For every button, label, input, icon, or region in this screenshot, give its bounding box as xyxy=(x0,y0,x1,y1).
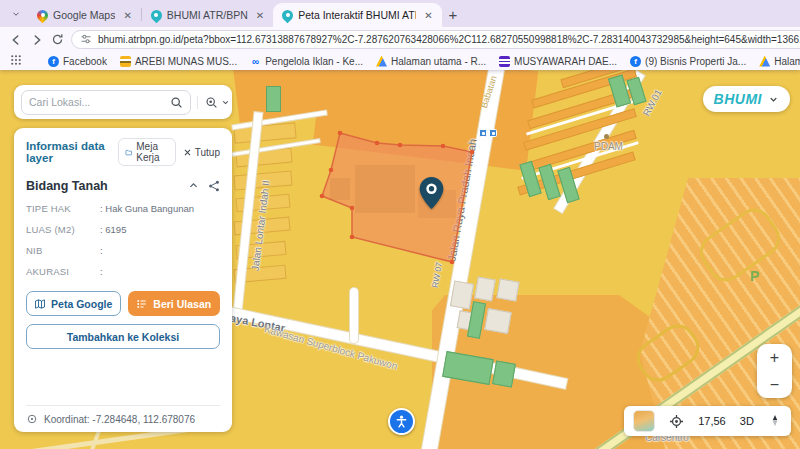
panel-title: Informasi data layer xyxy=(26,140,118,164)
tutup-label: Tutup xyxy=(195,147,220,158)
meja-kerja-label: Meja Kerja xyxy=(136,141,169,163)
zoom-control: + − xyxy=(757,344,792,398)
field-label: NIB xyxy=(26,245,100,256)
bookmark-label: AREBI MUNAS MUS... xyxy=(135,56,237,67)
tab-close-icon[interactable]: ✕ xyxy=(256,10,264,21)
info-panel: Informasi data layer Meja Kerja Tutup Bi… xyxy=(14,128,232,432)
apps-grid-icon[interactable] xyxy=(10,54,22,68)
folder-icon xyxy=(125,147,132,158)
close-icon xyxy=(183,148,192,157)
close-panel-button[interactable]: Tutup xyxy=(183,147,220,158)
tambah-koleksi-label: Tambahkan ke Koleksi xyxy=(67,331,179,343)
accessibility-icon xyxy=(394,414,409,429)
forward-icon[interactable] xyxy=(30,32,44,48)
compass-icon[interactable] xyxy=(768,414,782,428)
field-label: LUAS (M2) xyxy=(26,224,100,235)
meta-icon: ∞ xyxy=(250,56,261,67)
site-settings-icon[interactable] xyxy=(80,31,92,49)
tab-label: BHUMI ATR/BPN xyxy=(167,9,248,21)
field-value: : xyxy=(100,266,103,277)
peta-google-label: Peta Google xyxy=(51,298,112,310)
facebook-icon: f xyxy=(630,56,641,67)
bhumi-icon xyxy=(151,10,162,21)
field-row: LUAS (M2) : 6195 xyxy=(26,224,220,235)
bookmark-halaman-utama-2[interactable]: Halaman utama - R... xyxy=(759,56,800,67)
mode-3d-button[interactable]: 3D xyxy=(740,415,754,427)
coordinate-footer: Koordinat: -7.284648, 112.678076 xyxy=(26,405,220,425)
site-icon xyxy=(499,56,510,67)
field-label: TIPE HAK xyxy=(26,203,100,214)
bookmark-pengelola-iklan[interactable]: ∞Pengelola Iklan - Ke... xyxy=(250,56,363,67)
tab-label: Google Maps xyxy=(53,9,115,21)
search-field[interactable] xyxy=(21,90,191,115)
tab-close-icon[interactable]: ✕ xyxy=(123,10,131,21)
tab-strip: Google Maps ✕ BHUMI ATR/BPN ✕ Peta Inter… xyxy=(0,0,800,27)
new-tab-button[interactable]: + xyxy=(449,6,458,23)
bookmark-facebook[interactable]: fFacebook xyxy=(48,56,107,67)
bookmark-label: Pengelola Iklan - Ke... xyxy=(265,56,363,67)
search-card xyxy=(14,85,232,119)
peta-google-button[interactable]: Peta Google xyxy=(26,291,121,316)
search-advanced-icon xyxy=(205,96,218,109)
search-input[interactable] xyxy=(29,96,164,108)
field-row: AKURASI : xyxy=(26,266,220,277)
search-icon xyxy=(170,96,183,109)
review-list-icon xyxy=(136,298,148,310)
tab-close-icon[interactable]: ✕ xyxy=(424,10,432,21)
tab-search-icon[interactable] xyxy=(6,4,26,24)
map-icon xyxy=(34,298,46,310)
browser-window: Google Maps ✕ BHUMI ATR/BPN ✕ Peta Inter… xyxy=(0,0,800,449)
url-text: bhumi.atrbpn.go.id/peta?bbox=112.6731388… xyxy=(98,34,800,45)
chevron-down-icon xyxy=(768,94,779,105)
tab-google-maps[interactable]: Google Maps ✕ xyxy=(28,3,141,27)
browser-toolbar: bhumi.atrbpn.go.id/peta?bbox=112.6731388… xyxy=(0,27,800,52)
chevron-down-icon xyxy=(221,98,230,107)
tab-peta-interaktif[interactable]: Peta Interaktif BHUMI ATR/BPN ✕ xyxy=(273,3,441,27)
field-label: AKURASI xyxy=(26,266,100,277)
zoom-in-button[interactable]: + xyxy=(770,349,779,367)
bookmark-label: Halaman utama - R... xyxy=(774,56,800,67)
field-value: : 6195 xyxy=(100,224,126,235)
bookmark-bisnis-properti[interactable]: f(9) Bisnis Properti Ja... xyxy=(630,56,746,67)
bookmark-label: Facebook xyxy=(63,56,107,67)
chevron-up-icon[interactable] xyxy=(188,180,199,191)
tab-label: Peta Interaktif BHUMI ATR/BPN xyxy=(298,9,416,21)
map-canvas[interactable]: ➤ Jalan Lontar Indah II Jalan xyxy=(0,70,800,449)
tab-bhumi[interactable]: BHUMI ATR/BPN ✕ xyxy=(142,3,273,27)
reload-icon[interactable] xyxy=(51,32,64,48)
advanced-search-button[interactable] xyxy=(197,96,230,109)
bhumi-logo: BHUMI xyxy=(714,91,762,107)
google-ads-icon xyxy=(759,56,770,67)
field-value: : Hak Guna Bangunan xyxy=(100,203,194,214)
basemap-thumbnail[interactable] xyxy=(633,410,655,432)
bhumi-icon xyxy=(282,10,293,21)
facebook-icon: f xyxy=(48,56,59,67)
bookmark-arebi[interactable]: AREBI MUNAS MUS... xyxy=(120,56,237,67)
browser-chrome: Google Maps ✕ BHUMI ATR/BPN ✕ Peta Inter… xyxy=(0,0,800,70)
meja-kerja-button[interactable]: Meja Kerja xyxy=(118,138,176,166)
location-pin-icon xyxy=(418,176,445,210)
zoom-level-value[interactable]: 17,56 xyxy=(698,415,726,427)
share-icon[interactable] xyxy=(208,180,220,192)
accessibility-button[interactable] xyxy=(388,408,415,435)
bookmark-label: Halaman utama - R... xyxy=(391,56,486,67)
koordinat-text: Koordinat: -7.284648, 112.678076 xyxy=(44,414,195,425)
bookmark-musyawarah[interactable]: MUSYAWARAH DAE... xyxy=(499,56,617,67)
locate-icon[interactable] xyxy=(669,414,684,429)
map-control-bar: 17,56 3D xyxy=(624,406,791,436)
bhumi-menu-button[interactable]: BHUMI xyxy=(703,86,790,112)
bookmarks-bar: fFacebook AREBI MUNAS MUS... ∞Pengelola … xyxy=(0,52,800,70)
site-icon xyxy=(120,56,131,67)
field-value: : xyxy=(100,245,103,256)
bookmark-label: MUSYAWARAH DAE... xyxy=(514,56,617,67)
tambahkan-koleksi-button[interactable]: Tambahkan ke Koleksi xyxy=(26,324,220,349)
address-bar[interactable]: bhumi.atrbpn.go.id/peta?bbox=112.6731388… xyxy=(71,30,800,49)
back-icon[interactable] xyxy=(9,32,23,48)
beri-ulasan-button[interactable]: Beri Ulasan xyxy=(128,291,221,316)
target-icon xyxy=(26,413,38,425)
field-row: TIPE HAK : Hak Guna Bangunan xyxy=(26,203,220,214)
field-row: NIB : xyxy=(26,245,220,256)
zoom-out-button[interactable]: − xyxy=(770,376,779,394)
bookmark-halaman-utama-1[interactable]: Halaman utama - R... xyxy=(376,56,486,67)
section-title: Bidang Tanah xyxy=(26,179,108,193)
